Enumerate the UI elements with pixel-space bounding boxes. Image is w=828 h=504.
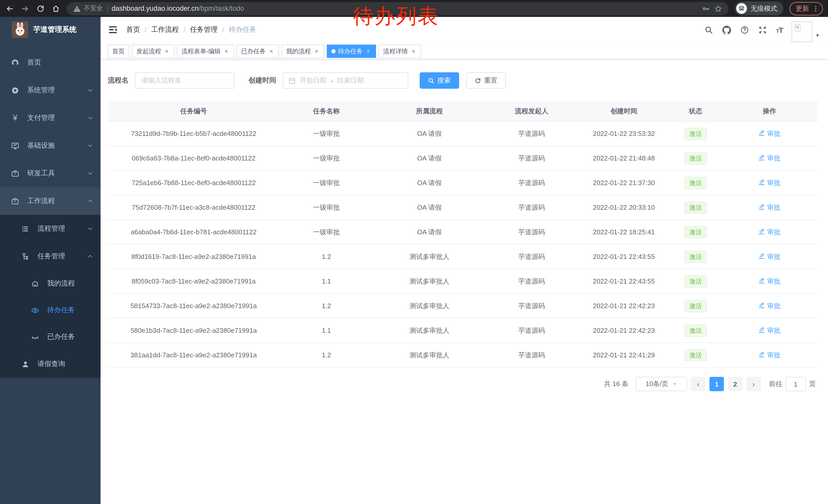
approve-link-label: 审批: [767, 203, 781, 212]
search-icon[interactable]: [704, 25, 714, 34]
password-key-icon[interactable]: [702, 4, 710, 12]
sidebar-item-label: 基础设施: [27, 141, 87, 150]
approve-link[interactable]: 审批: [758, 277, 781, 286]
tab-5-active[interactable]: 待办任务×: [327, 45, 376, 58]
next-page-button[interactable]: ›: [746, 377, 761, 391]
tab-1[interactable]: 发起流程×: [132, 45, 174, 58]
task-name-cell: 一级审批: [280, 129, 373, 138]
table-row-8: 580e1b3d-7ac8-11ec-a9e2-a2380e71991a1.1测…: [108, 318, 818, 343]
tags-view: 首页发起流程×流程表单-编辑×已办任务×我的流程×待办任务×流程详情×: [100, 43, 828, 59]
font-size-icon[interactable]: TT: [776, 26, 783, 34]
sidebar-subitem-0[interactable]: 流程管理: [0, 215, 100, 242]
browser-forward-button[interactable]: [20, 4, 30, 13]
column-header-5: 状态: [670, 106, 721, 116]
process-name-cell: 测试多审批人: [373, 326, 485, 335]
sidebar-subitem-1[interactable]: 任务管理: [0, 242, 100, 270]
help-icon[interactable]: [740, 25, 749, 34]
action-cell: 审批: [721, 178, 818, 187]
reset-button[interactable]: 重置: [466, 72, 506, 89]
tab-close-icon[interactable]: ×: [314, 48, 320, 55]
approve-link[interactable]: 审批: [758, 252, 781, 261]
not-secure-label: 不安全: [84, 4, 103, 13]
sidebar-subitem-4[interactable]: 已办任务: [0, 324, 100, 350]
approve-link[interactable]: 审批: [758, 351, 781, 360]
breadcrumb-item[interactable]: 工作流程: [151, 25, 179, 34]
process-name-cell: 测试多审批人: [373, 252, 485, 261]
robot-icon: [31, 279, 40, 288]
sidebar-item-label: 支付管理: [27, 113, 87, 123]
approve-link[interactable]: 审批: [758, 178, 781, 187]
table-row-9: 381aa1dd-7ac8-11ec-a9e2-a2380e71991a1.2测…: [108, 343, 818, 368]
sidebar-subitem-label: 我的流程: [47, 279, 93, 288]
sidebar-item-0[interactable]: 首页: [0, 49, 100, 77]
search-button[interactable]: 搜索: [419, 72, 459, 89]
goto-page-input[interactable]: 1: [785, 377, 806, 391]
process-starter-cell: 芋道源码: [486, 203, 578, 212]
column-header-0: 任务编号: [108, 106, 280, 116]
create-time-cell: 2022-01-22 18:25:41: [578, 228, 670, 236]
process-name-cell: OA 请假: [373, 227, 485, 237]
create-time-cell: 2022-01-22 21:48:48: [578, 154, 670, 162]
sidebar-subitem-3-active[interactable]: 待办任务: [0, 297, 100, 324]
process-starter-cell: 芋道源码: [486, 326, 578, 335]
status-badge: 激活: [685, 250, 707, 263]
prev-page-button[interactable]: ‹: [691, 377, 705, 391]
tab-close-icon[interactable]: ×: [410, 48, 417, 55]
task-name-cell: 一级审批: [280, 227, 373, 237]
page-size-select[interactable]: 10条/页 ▼: [636, 377, 687, 391]
github-icon[interactable]: [722, 25, 732, 34]
tab-3[interactable]: 已办任务×: [237, 45, 279, 58]
approve-link[interactable]: 审批: [758, 153, 781, 163]
browser-back-button[interactable]: [5, 4, 14, 13]
breadcrumb-item[interactable]: 任务管理: [190, 25, 218, 34]
sidebar-item-1[interactable]: 系统管理: [0, 77, 100, 104]
page-button-1-active[interactable]: 1: [709, 377, 724, 391]
approve-link[interactable]: 审批: [758, 301, 781, 311]
tab-close-icon[interactable]: ×: [365, 48, 371, 55]
action-cell: 审批: [721, 227, 818, 237]
sidebar-item-label: 研发工具: [27, 169, 87, 178]
breadcrumb-item[interactable]: 首页: [126, 25, 140, 34]
sidebar-item-3[interactable]: 基础设施: [0, 132, 100, 159]
sidebar-item-4[interactable]: 研发工具: [0, 159, 100, 187]
user-avatar[interactable]: ▼: [792, 21, 820, 42]
tab-0[interactable]: 首页: [108, 45, 129, 58]
status-cell: 激活: [670, 201, 721, 214]
bookmark-star-icon[interactable]: [714, 4, 722, 12]
create-time-cell: 2022-01-22 23:53:32: [578, 130, 670, 137]
fullscreen-icon[interactable]: [758, 25, 768, 34]
process-name-cell: OA 请假: [373, 153, 485, 163]
sidebar-toggle-icon[interactable]: [108, 25, 118, 35]
action-cell: 审批: [721, 203, 818, 212]
chevron-down-icon: ▼: [672, 381, 677, 386]
create-time-cell: 2022-01-21 22:41:29: [578, 351, 670, 359]
breadcrumb-separator: /: [145, 26, 147, 34]
approve-link[interactable]: 审批: [758, 227, 781, 237]
date-range-picker[interactable]: 开始日期 - 结束日期: [282, 72, 408, 89]
approve-link[interactable]: 审批: [758, 326, 781, 335]
tab-4[interactable]: 我的流程×: [282, 45, 324, 58]
incognito-label: 无痕模式: [750, 4, 777, 13]
screenshot-root: 不安全 dashboard.yudao.iocoder.cn/bpm/task/…: [0, 0, 828, 504]
browser-update-button[interactable]: 更新: [790, 2, 823, 15]
tab-2[interactable]: 流程表单-编辑×: [177, 45, 234, 58]
tab-close-icon[interactable]: ×: [268, 48, 275, 55]
sidebar-logo[interactable]: 芋道管理系统: [0, 17, 100, 43]
sidebar-item-2[interactable]: ¥支付管理: [0, 104, 100, 132]
task-id-cell: 8f0d1619-7ac8-11ec-a9e2-a2380e71991a: [108, 253, 280, 261]
browser-reload-button[interactable]: [36, 4, 45, 13]
tab-6[interactable]: 流程详情×: [379, 45, 421, 58]
approve-link[interactable]: 审批: [758, 203, 781, 212]
sidebar-subitem-2[interactable]: 我的流程: [0, 270, 100, 297]
process-starter-cell: 芋道源码: [486, 227, 578, 237]
tab-close-icon[interactable]: ×: [164, 48, 170, 55]
approve-link-label: 审批: [767, 351, 781, 360]
tab-close-icon[interactable]: ×: [223, 48, 229, 55]
process-name-input[interactable]: 请输入流程名: [135, 72, 234, 89]
approve-link[interactable]: 审批: [758, 129, 781, 138]
page-button-2[interactable]: 2: [728, 377, 742, 391]
sidebar-item-5[interactable]: 工作流程: [0, 187, 100, 215]
browser-home-button[interactable]: [51, 4, 60, 13]
search-button-icon: [427, 77, 434, 84]
sidebar-subitem-5[interactable]: 请假查询: [0, 350, 100, 378]
